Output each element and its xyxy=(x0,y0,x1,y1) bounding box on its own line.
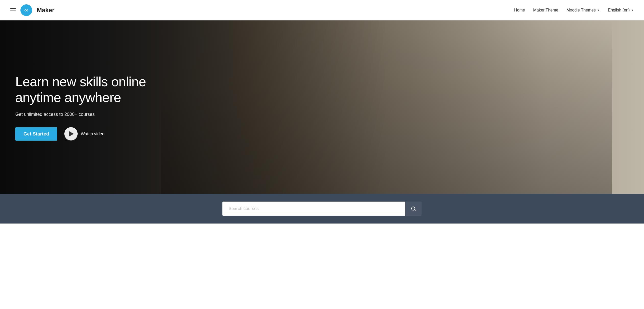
nav-dropdown-moodle-themes-label: Moodle Themes xyxy=(566,8,595,13)
logo-infinity-symbol: ∞ xyxy=(24,7,28,13)
hero-section: Learn new skills online anytime anywhere… xyxy=(0,20,644,194)
svg-line-1 xyxy=(414,210,415,211)
search-section xyxy=(0,194,644,224)
search-icon xyxy=(411,206,416,211)
watch-video-button[interactable]: Watch video xyxy=(64,127,104,141)
chevron-down-icon: ▼ xyxy=(631,9,634,12)
play-triangle-icon xyxy=(69,131,74,137)
chevron-down-icon: ▼ xyxy=(597,9,600,12)
hamburger-button[interactable] xyxy=(10,8,16,12)
nav-link-maker-theme[interactable]: Maker Theme xyxy=(533,8,558,13)
nav-dropdown-moodle-themes[interactable]: Moodle Themes ▼ xyxy=(566,8,600,13)
get-started-button[interactable]: Get Started xyxy=(15,127,57,141)
search-button[interactable] xyxy=(405,202,422,216)
hero-title: Learn new skills online anytime anywhere xyxy=(15,74,151,106)
nav-right: Home Maker Theme Moodle Themes ▼ English… xyxy=(514,8,634,13)
search-input[interactable] xyxy=(222,202,405,216)
watch-video-label: Watch video xyxy=(81,131,104,137)
hero-actions: Get Started Watch video xyxy=(15,127,151,141)
brand-name[interactable]: Maker xyxy=(37,7,54,14)
hero-content: Learn new skills online anytime anywhere… xyxy=(15,74,151,141)
logo-icon[interactable]: ∞ xyxy=(20,4,32,16)
nav-link-home[interactable]: Home xyxy=(514,8,525,13)
nav-dropdown-language-label: English (en) xyxy=(608,8,630,13)
navbar: ∞ Maker Home Maker Theme Moodle Themes ▼… xyxy=(0,0,644,20)
hero-subtitle: Get unlimited access to 2000+ courses xyxy=(15,112,151,117)
play-circle-icon xyxy=(64,127,78,141)
nav-left: ∞ Maker xyxy=(10,4,54,16)
search-bar xyxy=(222,202,422,216)
nav-dropdown-language[interactable]: English (en) ▼ xyxy=(608,8,634,13)
